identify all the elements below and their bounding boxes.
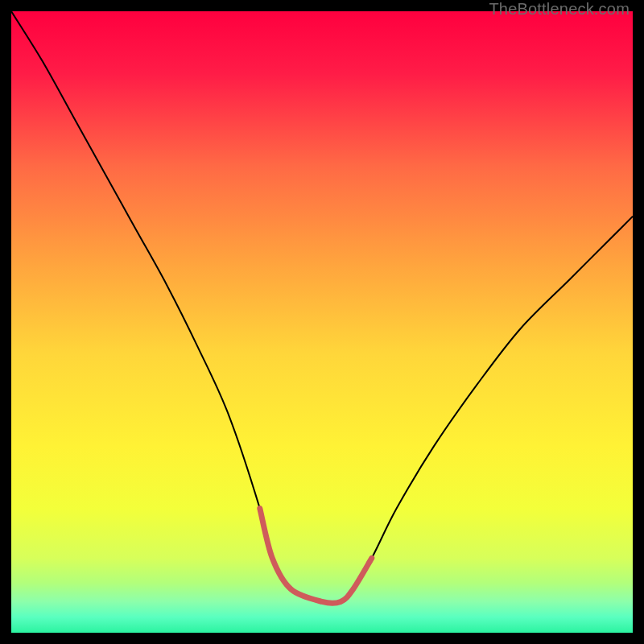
chart-svg [11,11,633,633]
chart-background [11,11,633,633]
watermark-text: TheBottleneck.com [489,0,630,19]
chart-frame: TheBottleneck.com [0,0,644,644]
chart-plot-area [11,11,633,633]
